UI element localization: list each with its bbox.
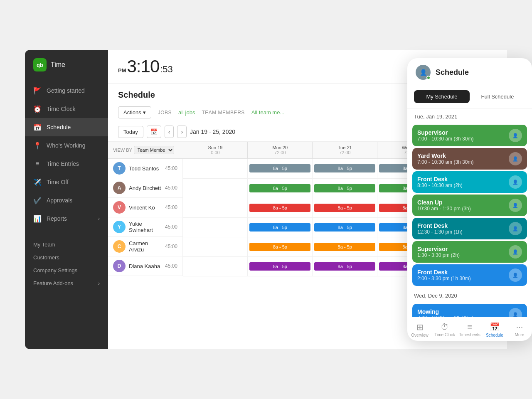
shift-block[interactable]: 8a - 5p [314,262,375,271]
mobile-shift-title: Supervisor [417,129,505,136]
actions-button[interactable]: Actions ▾ [118,106,151,118]
mobile-nav-more[interactable]: ··· More [507,320,532,339]
shift-cell[interactable] [183,159,248,179]
mobile-nav-overview[interactable]: ⊞ Overview [407,320,432,339]
sidebar-item-approvals[interactable]: ✔️ Approvals [25,191,108,209]
shift-cell[interactable]: 8a - 5p [248,237,313,256]
mobile-header: 👤 Schedule [407,58,532,85]
feature-add-ons-link[interactable]: Feature Add-ons › [25,277,108,290]
shift-cell[interactable]: 8a - 5p [313,159,377,179]
qb-logo-icon: qb [33,58,47,71]
shift-cell[interactable]: 8a - 5p [248,159,313,179]
mobile-shift-title: Mowing [417,308,505,315]
shift-block[interactable]: 8a - 5p [314,223,375,232]
sidebar-item-reports[interactable]: 📊 Reports › [25,209,108,228]
prev-week-button[interactable]: ‹ [165,126,174,138]
shift-cell[interactable]: 8a - 5p [313,198,377,217]
shift-cell[interactable]: 8a - 5p [248,178,313,198]
shift-block[interactable]: 8a - 5p [249,262,310,271]
member-hours: 45:00 [165,244,177,249]
company-settings-link[interactable]: Company Settings [25,264,108,277]
sidebar-item-whos-working[interactable]: 📍 Who's Working [25,136,108,155]
sidebar-logo: qb Time [25,58,108,81]
all-jobs-link[interactable]: all jobs [178,109,195,116]
mobile-nav-timeclock[interactable]: ⏱ Time Clock [432,320,457,339]
shift-block[interactable]: 8a - 5p [249,164,310,172]
member-avatar: Y [113,221,126,233]
shift-block[interactable]: 8a - 5p [314,204,375,212]
shift-block[interactable]: 8a - 5p [249,223,310,232]
mobile-shift-info: Mowing7:00 - 10:30 am (3h 30m) [417,308,505,317]
member-name: Diana Kaaha [129,263,160,269]
sidebar-item-label: Who's Working [47,142,85,149]
shift-cell[interactable] [183,198,248,217]
shift-cell[interactable]: 8a - 5p [248,198,313,217]
timeclock-nav-icon: ⏱ [441,322,449,332]
check-icon: ✔️ [33,196,42,204]
tab-my-schedule[interactable]: My Schedule [414,90,470,103]
shift-cell[interactable] [183,178,248,198]
next-week-button[interactable]: › [177,126,187,138]
all-team-members-link[interactable]: All team me... [251,109,284,116]
shift-cell[interactable] [183,217,248,237]
shift-cell[interactable]: 8a - 5p [313,237,377,256]
shift-block[interactable]: 8a - 5p [314,164,375,172]
shift-cell[interactable] [183,237,248,256]
sidebar-nav: 🚩 Getting started ⏰ Time Clock 📅 Schedul… [25,81,108,341]
my-team-link[interactable]: My Team [25,238,108,251]
shift-cell[interactable] [183,256,248,276]
member-hours: 45:00 [165,165,177,171]
clock-time: 3:10 [127,57,160,76]
sidebar-item-time-entries[interactable]: ≡ Time Entries [25,155,108,173]
mobile-shift-item[interactable]: Supervisor1:30 - 3:30 pm (2h)👤 [412,241,527,263]
shift-cell[interactable]: 8a - 5p [248,217,313,237]
member-avatar: D [113,260,126,272]
shift-cell[interactable]: 8a - 5p [313,256,377,276]
mobile-shift-item[interactable]: Mowing7:00 - 10:30 am (3h 30m)👤 [412,304,527,317]
customers-link[interactable]: Customers [25,251,108,264]
sidebar-item-schedule[interactable]: 📅 Schedule [25,118,108,136]
shift-block[interactable]: 8a - 5p [249,184,310,192]
clock-seconds: :53 [160,64,173,75]
mobile-shift-info: Supervisor1:30 - 3:30 pm (2h) [417,246,505,258]
mobile-panel: 👤 Schedule My Schedule Full Schedule Tue… [407,58,532,341]
sidebar-item-time-clock[interactable]: ⏰ Time Clock [25,100,108,118]
shift-cell[interactable]: 8a - 5p [313,178,377,198]
tab-full-schedule[interactable]: Full Schedule [470,90,525,103]
sidebar-item-label: Schedule [47,124,71,131]
schedule-nav-icon: 📅 [490,322,500,332]
mobile-shift-item[interactable]: Front Desk2:00 - 3:30 pm (1h 30m)👤 [412,264,527,286]
member-name-cell: DDiana Kaaha45:00 [108,256,183,276]
mobile-shift-title: Front Desk [417,176,505,182]
mobile-date-header: Tue, Jan 19, 2021 [407,108,532,123]
member-avatar: A [113,182,126,194]
col-sun: Sun 19 0:00 [183,142,248,159]
member-name-cell: TTodd Santos45:00 [108,159,183,178]
mobile-shift-item[interactable]: Yard Work7:00 - 10:30 am (3h 30m)👤 [412,148,527,170]
shift-block[interactable]: 8a - 5p [249,243,310,251]
mobile-shift-item[interactable]: Front Desk12:30 - 1:30 pm (1h)👤 [412,218,527,239]
mobile-shift-avatar: 👤 [509,245,522,259]
mobile-nav-schedule[interactable]: 📅 Schedule [482,320,507,339]
calendar-icon: 📅 [33,123,42,131]
today-button[interactable]: Today [118,126,143,138]
shift-cell[interactable]: 8a - 5p [313,217,377,237]
member-hours: 45:00 [165,263,177,269]
mobile-shift-item[interactable]: Clean Up10:30 am - 1:30 pm (3h)👤 [412,195,527,216]
calendar-picker-button[interactable]: 📅 [147,126,161,138]
mobile-nav-timesheets[interactable]: ≡ Timesheets [457,320,482,339]
sidebar-item-getting-started[interactable]: 🚩 Getting started [25,81,108,100]
more-icon: ··· [516,322,523,332]
view-by-select[interactable]: Team Membe [134,146,174,154]
mobile-shift-avatar: 👤 [509,199,522,212]
shift-cell[interactable]: 8a - 5p [248,256,313,276]
shift-block[interactable]: 8a - 5p [314,243,375,251]
mobile-shift-info: Front Desk2:00 - 3:30 pm (1h 30m) [417,269,505,281]
sidebar-item-label: Time Entries [47,160,79,167]
sidebar-item-time-off[interactable]: ✈️ Time Off [25,173,108,191]
shift-block[interactable]: 8a - 5p [314,184,375,192]
mobile-shift-item[interactable]: Supervisor7:00 - 10:30 am (3h 30m)👤 [412,125,527,146]
mobile-shift-item[interactable]: Front Desk8:30 - 10:30 am (2h)👤 [412,171,527,193]
col-tue: Tue 21 72:00 [313,142,377,159]
shift-block[interactable]: 8a - 5p [249,204,310,212]
